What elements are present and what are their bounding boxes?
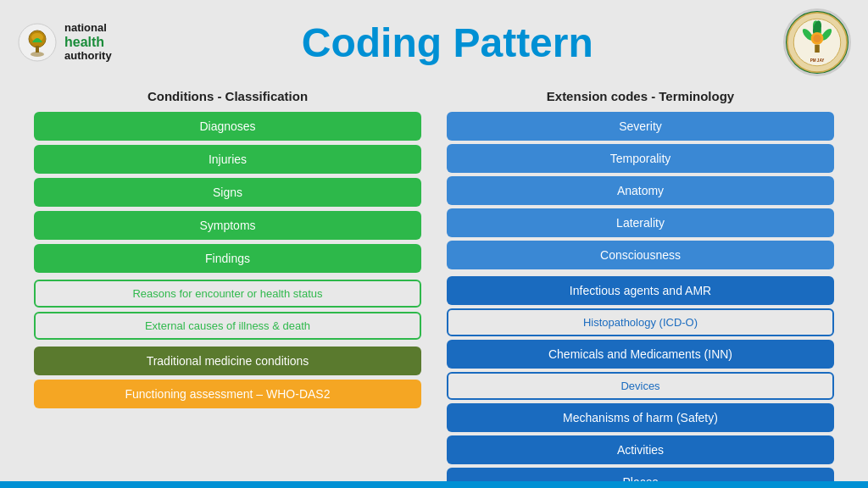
signs-item: Signs	[34, 178, 421, 207]
logo-area: national health authority	[17, 22, 112, 63]
logo-national: national	[64, 22, 112, 35]
temporality-item: Temporality	[447, 144, 834, 173]
svg-rect-13	[815, 45, 820, 53]
svg-text:PM JAY: PM JAY	[810, 58, 825, 63]
right-logo-emblem: PM JAY	[783, 8, 851, 76]
external-causes-item: External causes of illness & death	[34, 312, 421, 340]
devices-item: Devices	[447, 372, 834, 400]
svg-point-4	[31, 52, 44, 57]
svg-rect-3	[36, 46, 39, 53]
symptoms-item: Symptoms	[34, 211, 421, 240]
right-column-title: Extension codes - Terminology	[447, 89, 834, 103]
infectious-agents-item: Infectious agents and AMR	[447, 276, 834, 305]
right-emblem-icon: PM JAY	[786, 8, 849, 76]
histopathology-item: Histopathology (ICD-O)	[447, 308, 834, 336]
anatomy-item: Anatomy	[447, 176, 834, 205]
bottom-bar	[0, 481, 868, 488]
nha-emblem-icon	[17, 22, 58, 63]
findings-item: Findings	[34, 244, 421, 273]
injuries-item: Injuries	[34, 145, 421, 174]
mechanisms-harm-item: Mechanisms of harm (Safety)	[447, 403, 834, 432]
severity-item: Severity	[447, 112, 834, 141]
left-column: Conditions - Classification Diagnoses In…	[34, 89, 421, 488]
reasons-encounter-item: Reasons for encounter or health status	[34, 280, 421, 308]
chemicals-item: Chemicals and Medicaments (INN)	[447, 340, 834, 369]
svg-point-12	[813, 35, 821, 42]
consciousness-item: Consciousness	[447, 241, 834, 269]
laterality-item: Laterality	[447, 208, 834, 237]
logo-health: health	[64, 35, 112, 50]
left-column-title: Conditions - Classification	[34, 89, 421, 103]
right-column: Extension codes - Terminology Severity T…	[447, 89, 834, 488]
header: national health authority Coding Pattern…	[0, 0, 868, 76]
diagnoses-item: Diagnoses	[34, 112, 421, 141]
page-title: Coding Pattern	[112, 19, 783, 66]
traditional-medicine-item: Traditional medicine conditions	[34, 347, 421, 375]
activities-item: Activities	[447, 435, 834, 464]
main-content: Conditions - Classification Diagnoses In…	[0, 80, 868, 488]
logo-text: national health authority	[64, 22, 112, 63]
functioning-assessment-item: Functioning assessment – WHO-DAS2	[34, 380, 421, 408]
logo-authority: authority	[64, 50, 112, 63]
